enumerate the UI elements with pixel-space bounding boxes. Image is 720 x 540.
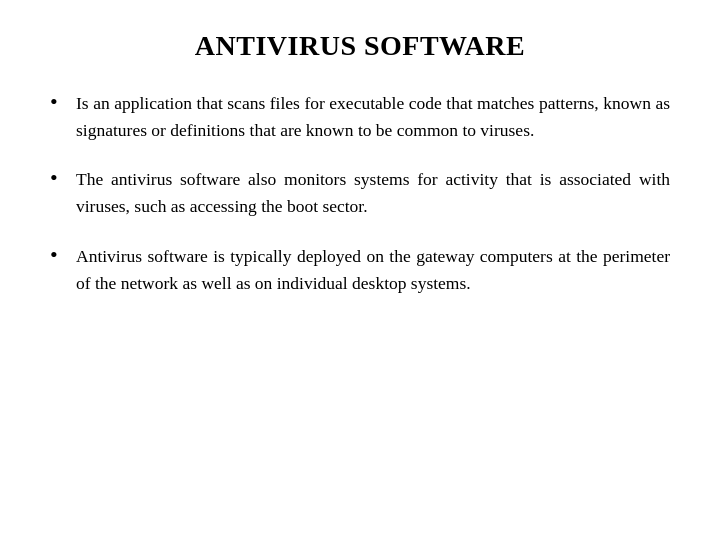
slide-container: ANTIVIRUS SOFTWARE • Is an application t… [0,0,720,540]
bullet-list: • Is an application that scans files for… [50,90,670,319]
bullet-text-3: Antivirus software is typically deployed… [76,243,670,297]
bullet-dot-2: • [50,164,72,193]
list-item: • Is an application that scans files for… [50,90,670,144]
list-item: • Antivirus software is typically deploy… [50,243,670,297]
bullet-dot-1: • [50,88,72,117]
bullet-text-2: The antivirus software also monitors sys… [76,166,670,220]
list-item: • The antivirus software also monitors s… [50,166,670,220]
bullet-dot-3: • [50,241,72,270]
slide-title: ANTIVIRUS SOFTWARE [50,30,670,62]
bullet-text-1: Is an application that scans files for e… [76,90,670,144]
